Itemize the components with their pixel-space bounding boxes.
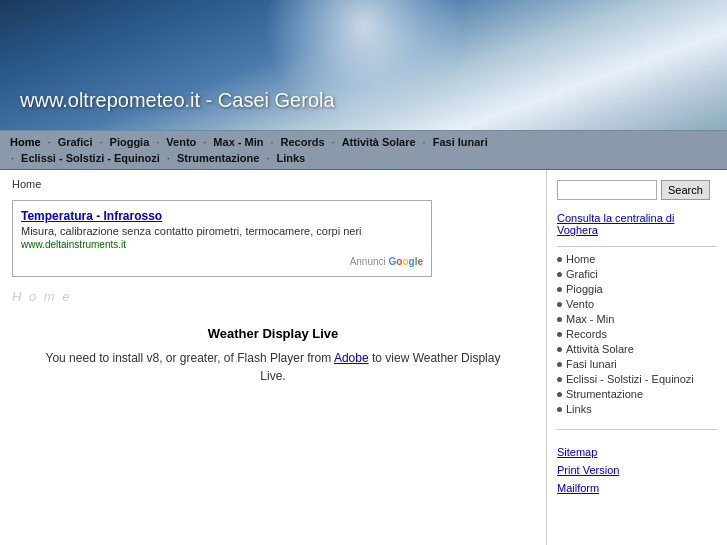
sidebar-item-dot xyxy=(557,407,562,412)
sidebar-item-dot xyxy=(557,332,562,337)
sidebar-item-dot xyxy=(557,347,562,352)
sidebar-item-dot xyxy=(557,392,562,397)
sidebar-item-dot xyxy=(557,377,562,382)
main-layout: Home Temperatura - Infrarosso Misura, ca… xyxy=(0,170,727,545)
nav-link-eclissi---solstizi---equinozi[interactable]: Eclissi - Solstizi - Equinozi xyxy=(19,151,162,165)
sidebar: Search Consulta la centralina di Voghera… xyxy=(547,170,727,545)
sidebar-nav-item: Fasi lunari xyxy=(557,358,717,370)
sidebar-link-attività-solare[interactable]: Attività Solare xyxy=(566,343,634,355)
sidebar-link-fasi-lunari[interactable]: Fasi lunari xyxy=(566,358,617,370)
sidebar-nav-item: Grafici xyxy=(557,268,717,280)
nav-dot: · xyxy=(48,136,51,148)
divider-1 xyxy=(557,246,717,247)
flash-text-before: You need to install v8, or greater, of F… xyxy=(46,351,334,365)
ad-google-label: Annunci Google xyxy=(350,256,423,267)
divider-2 xyxy=(557,429,717,430)
sidebar-link-links[interactable]: Links xyxy=(566,403,592,415)
nav-link-grafici[interactable]: Grafici xyxy=(56,135,95,149)
nav-dot: · xyxy=(11,152,14,164)
sidebar-nav-item: Max - Min xyxy=(557,313,717,325)
ad-title[interactable]: Temperatura - Infrarosso xyxy=(21,209,423,223)
site-title: www.oltrepometeo.it - Casei Gerola xyxy=(20,89,335,112)
adobe-link[interactable]: Adobe xyxy=(334,351,369,365)
nav-link-home[interactable]: Home xyxy=(8,135,43,149)
nav-dot: · xyxy=(203,136,206,148)
nav-link-records[interactable]: Records xyxy=(279,135,327,149)
sidebar-item-dot xyxy=(557,272,562,277)
sidebar-item-dot xyxy=(557,362,562,367)
sidebar-item-dot xyxy=(557,302,562,307)
breadcrumb: Home xyxy=(12,178,534,190)
ad-footer: Annunci Google xyxy=(21,254,423,268)
sidebar-item-dot xyxy=(557,317,562,322)
sidebar-footer-link-sitemap[interactable]: Sitemap xyxy=(557,446,717,458)
nav-link-links[interactable]: Links xyxy=(274,151,307,165)
nav-dot: · xyxy=(167,152,170,164)
nav-link-vento[interactable]: Vento xyxy=(164,135,198,149)
ad-url[interactable]: www.deltainstruments.it xyxy=(21,239,423,250)
sidebar-nav-item: Records xyxy=(557,328,717,340)
nav-link-strumentazione[interactable]: Strumentazione xyxy=(175,151,262,165)
ad-box: Temperatura - Infrarosso Misura, calibra… xyxy=(12,200,432,277)
flash-section: Weather Display Live You need to install… xyxy=(12,316,534,405)
search-button[interactable]: Search xyxy=(661,180,710,200)
nav-link-attività-solare[interactable]: Attività Solare xyxy=(340,135,418,149)
sidebar-nav: HomeGraficiPioggiaVentoMax - MinRecordsA… xyxy=(557,253,717,415)
nav-dot: · xyxy=(270,136,273,148)
nav-dot: · xyxy=(423,136,426,148)
sidebar-nav-item: Vento xyxy=(557,298,717,310)
nav-link-max---min[interactable]: Max - Min xyxy=(211,135,265,149)
sidebar-link-records[interactable]: Records xyxy=(566,328,607,340)
search-box: Search xyxy=(557,180,717,200)
nav-row-1: Home·Grafici·Pioggia·Vento·Max - Min·Rec… xyxy=(8,135,719,149)
content-area: Home Temperatura - Infrarosso Misura, ca… xyxy=(0,170,547,545)
sidebar-link-pioggia[interactable]: Pioggia xyxy=(566,283,603,295)
sidebar-link-grafici[interactable]: Grafici xyxy=(566,268,598,280)
flash-title: Weather Display Live xyxy=(32,326,514,341)
nav-dot: · xyxy=(332,136,335,148)
sidebar-link-vento[interactable]: Vento xyxy=(566,298,594,310)
sidebar-item-dot xyxy=(557,287,562,292)
navbar: Home·Grafici·Pioggia·Vento·Max - Min·Rec… xyxy=(0,130,727,170)
search-input[interactable] xyxy=(557,180,657,200)
sidebar-link-eclissi---solstizi---equinozi[interactable]: Eclissi - Solstizi - Equinozi xyxy=(566,373,694,385)
nav-dot: · xyxy=(266,152,269,164)
flash-message: You need to install v8, or greater, of F… xyxy=(32,349,514,385)
sidebar-nav-item: Strumentazione xyxy=(557,388,717,400)
nav-link-pioggia[interactable]: Pioggia xyxy=(108,135,152,149)
header: www.oltrepometeo.it - Casei Gerola xyxy=(0,0,727,130)
sidebar-link-home[interactable]: Home xyxy=(566,253,595,265)
nav-dot: · xyxy=(99,136,102,148)
sidebar-link-strumentazione[interactable]: Strumentazione xyxy=(566,388,643,400)
nav-link-fasi-lunari[interactable]: Fasi lunari xyxy=(431,135,490,149)
sidebar-nav-item: Links xyxy=(557,403,717,415)
sidebar-footer: SitemapPrint VersionMailform xyxy=(557,438,717,494)
sidebar-nav-item: Home xyxy=(557,253,717,265)
sidebar-footer-link-mailform[interactable]: Mailform xyxy=(557,482,717,494)
ad-description: Misura, calibrazione senza contatto piro… xyxy=(21,225,423,237)
home-watermark: H o m e xyxy=(12,289,534,304)
sidebar-link-max---min[interactable]: Max - Min xyxy=(566,313,614,325)
nav-row-2: ·Eclissi - Solstizi - Equinozi·Strumenta… xyxy=(8,151,719,165)
sidebar-footer-link-print-version[interactable]: Print Version xyxy=(557,464,717,476)
sidebar-nav-item: Pioggia xyxy=(557,283,717,295)
sidebar-nav-item: Eclissi - Solstizi - Equinozi xyxy=(557,373,717,385)
consulta-link[interactable]: Consulta la centralina di Voghera xyxy=(557,212,717,236)
nav-dot: · xyxy=(156,136,159,148)
sidebar-nav-item: Attività Solare xyxy=(557,343,717,355)
sidebar-item-dot xyxy=(557,257,562,262)
